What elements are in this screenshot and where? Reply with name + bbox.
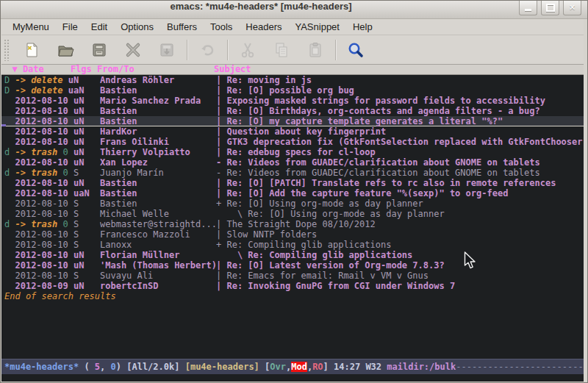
search-icon xyxy=(347,41,365,59)
header-row[interactable]: d -> trash 0 uNThierry Volpiatto| Re: ed… xyxy=(1,147,584,157)
row-subject: | Re: moving in js xyxy=(216,75,584,85)
modeline-segment-ro: RO xyxy=(312,362,323,372)
modeline-segment-num-blue: 0 xyxy=(111,362,116,372)
modeline-segment-maildir: maildir:/bulk xyxy=(387,362,456,372)
header-row[interactable]: 2012-08-10 uNFrans Oilinki| GTK3 depreca… xyxy=(1,137,584,147)
row-date-flags: 2012-08-10 uN xyxy=(1,137,84,147)
row-date-flags: 2012-08-10 uN xyxy=(1,157,84,168)
copy-icon xyxy=(273,41,290,59)
mode-line[interactable]: *mu4e-headers* ( 5, 0) [All/2.0k] [mu4e-… xyxy=(1,359,584,374)
row-subject: | Slow NNTP folders xyxy=(216,229,584,240)
minimize-button[interactable] xyxy=(519,1,537,15)
row-date-flags: 2012-08-10 uaN xyxy=(1,188,90,198)
toolbar-close-buffer-button[interactable] xyxy=(124,41,142,59)
row-subject: + Re: Compiling glib applications xyxy=(216,240,584,250)
row-date-flags: 2012-08-10 uN xyxy=(1,126,84,137)
header-row[interactable]: 2012-08-10 uNBastien| Re: [O] my capture… xyxy=(1,116,584,126)
menu-item-buffers[interactable]: Buffers xyxy=(160,19,204,35)
row-subject: | Re: [O] possible org bug xyxy=(216,85,584,96)
client-area: MyMenuFileEditOptionsBuffersToolsHeaders… xyxy=(1,19,584,382)
menu-item-mymenu[interactable]: MyMenu xyxy=(6,19,56,35)
menu-item-yasnippet[interactable]: YASnippet xyxy=(288,19,345,35)
toolbar-new-file-button[interactable] xyxy=(23,41,40,59)
header-row[interactable]: D -> delete uNAndreas Röhler| Re: moving… xyxy=(1,75,584,85)
maximize-button[interactable] xyxy=(541,1,559,15)
header-row[interactable]: 2012-08-10 SMichael Welle \ Re: [O] Usin… xyxy=(1,209,584,219)
header-row[interactable]: 2012-08-10 uNHardKor| Question about key… xyxy=(1,126,584,137)
row-date-flags: 2012-08-10 uN xyxy=(1,250,84,260)
save-as-icon xyxy=(158,41,176,59)
header-row[interactable]: 2012-08-10 SFrancesco Mazzoli| Slow NNTP… xyxy=(1,229,584,240)
modeline-segment-major-mode: [mu4e-headers] xyxy=(185,362,259,372)
toolbar-open-file-button[interactable] xyxy=(57,41,74,59)
row-subject: | Re: edebug specs for cl-loop xyxy=(216,147,584,157)
close-icon: ✕ xyxy=(569,3,576,12)
row-date-flags: 2012-08-10 uN xyxy=(1,106,84,116)
header-row[interactable]: 2012-08-10 uNBastien| Re: [O] [PATCH] Tr… xyxy=(1,178,584,188)
modeline-segment-fg: ] 14:27 W32 xyxy=(323,362,387,372)
row-from: Bastien xyxy=(100,106,217,116)
menu-item-options[interactable]: Options xyxy=(114,19,160,35)
row-subject: \ Re: [O] Using org-mode as day planner xyxy=(216,209,584,219)
header-row[interactable]: 2012-08-10 SLanoxx+ Re: Compiling glib a… xyxy=(1,240,584,250)
emacs-window: emacs: *mu4e-headers* [mu4e-headers] ✕ M… xyxy=(0,0,588,383)
header-row[interactable]: 2012-08-09 uNrobertcInSD| Re: Invoking G… xyxy=(1,281,584,291)
header-row[interactable]: 2012-08-10 SSuvayu Ali| Re: Emacs for em… xyxy=(1,271,584,281)
header-row[interactable]: 2012-08-10 uNXan Lopez- Re: Videos from … xyxy=(1,157,584,168)
row-from: Bastien xyxy=(100,116,217,126)
menu-item-tools[interactable]: Tools xyxy=(204,19,239,35)
header-row[interactable]: d -> trash 0 SJuanjo Marín- Re: Videos f… xyxy=(1,168,584,178)
row-date-flags: 2012-08-10 S xyxy=(1,209,79,219)
toolbar-search-button[interactable] xyxy=(347,41,365,59)
mu4e-headers-buffer[interactable]: D -> delete uNAndreas Röhler| Re: moving… xyxy=(1,75,584,359)
row-from: Florian Müllner xyxy=(100,250,217,260)
row-from: Xan Lopez xyxy=(100,157,217,168)
header-row[interactable]: 2012-08-10 SBastien+ Re: [O] Using org-m… xyxy=(1,198,584,209)
toolbar-copy-button xyxy=(273,41,290,59)
menu-item-edit[interactable]: Edit xyxy=(85,19,114,35)
header-row[interactable]: 2012-08-10 uNMario Sanchez Prada| Exposi… xyxy=(1,96,584,106)
header-row[interactable]: D -> delete uaNBastien| Re: [O] possible… xyxy=(1,85,584,96)
header-row[interactable]: 2012-08-10 uN'Mash (Thomas Herbert)| Re:… xyxy=(1,260,584,271)
menu-item-headers[interactable]: Headers xyxy=(239,19,288,35)
toolbar-save-button[interactable] xyxy=(90,41,108,59)
modeline-segment-fg: [ xyxy=(259,362,270,372)
row-date-flags: d -> trash 0 S xyxy=(1,168,79,178)
header-row[interactable]: d -> trash 0 Swebmaster@straightd...| Th… xyxy=(1,219,584,229)
header-row[interactable]: 2012-08-10 uNFlorian Müllner \ Re: Compi… xyxy=(1,250,584,260)
header-row[interactable]: 2012-08-10 uNBastien| Re: [O] Birthdays,… xyxy=(1,106,584,116)
row-date-flags: D -> delete uaN xyxy=(1,85,84,96)
row-from: HardKor xyxy=(100,126,217,137)
modeline-segment-ovr: Ovr xyxy=(270,362,286,372)
title-bar[interactable]: emacs: *mu4e-headers* [mu4e-headers] ✕ xyxy=(1,1,587,19)
cut-icon xyxy=(239,41,257,59)
row-from: Lanoxx xyxy=(100,240,217,250)
row-subject: \ Re: Compiling glib applications xyxy=(216,250,584,260)
minimize-icon xyxy=(525,9,531,11)
menu-bar: MyMenuFileEditOptionsBuffersToolsHeaders… xyxy=(1,19,584,35)
row-date-flags: 2012-08-10 S xyxy=(1,229,79,240)
window-title: emacs: *mu4e-headers* [mu4e-headers] xyxy=(1,1,521,18)
row-subject: | Re: [O] Latest version of Org-mode 7.8… xyxy=(216,260,584,271)
echo-area[interactable] xyxy=(1,374,584,382)
close-button[interactable]: ✕ xyxy=(563,1,581,15)
new-file-icon xyxy=(23,41,40,59)
paste-icon xyxy=(306,41,324,59)
row-from: Mario Sanchez Prada xyxy=(100,96,217,106)
row-subject: | Exposing masked strings for password f… xyxy=(216,96,584,106)
maximize-icon xyxy=(546,4,555,12)
row-subject: | Re: [O] my capture template generates … xyxy=(216,116,584,126)
menu-item-help[interactable]: Help xyxy=(346,19,379,35)
row-from: Michael Welle xyxy=(100,209,217,219)
toolbar-separator xyxy=(335,40,336,60)
toolbar-drag-handle[interactable] xyxy=(4,39,9,61)
undo-icon xyxy=(198,41,216,59)
modeline-segment-fg: ( xyxy=(79,362,95,372)
row-date-flags: D -> delete uN xyxy=(1,75,79,85)
header-row[interactable]: 2012-08-10 uaNBastien| Re: [O] Add the c… xyxy=(1,188,584,198)
row-date-flags: 2012-08-10 uN xyxy=(1,260,84,271)
menu-item-file[interactable]: File xyxy=(56,19,85,35)
toolbar-separator xyxy=(227,40,228,60)
row-from: Andreas Röhler xyxy=(100,75,217,85)
row-date-flags: 2012-08-10 uN xyxy=(1,116,84,126)
